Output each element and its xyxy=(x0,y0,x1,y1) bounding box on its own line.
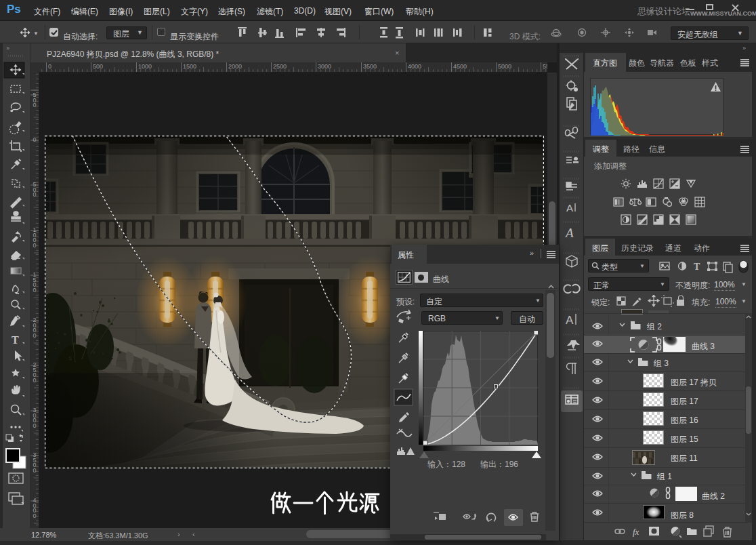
svg-text:A: A xyxy=(566,202,573,214)
svg-text:A: A xyxy=(564,226,574,240)
svg-text:T: T xyxy=(12,334,19,346)
svg-text:T: T xyxy=(694,262,700,272)
svg-text:fx: fx xyxy=(633,527,639,537)
svg-text:A: A xyxy=(566,314,574,327)
